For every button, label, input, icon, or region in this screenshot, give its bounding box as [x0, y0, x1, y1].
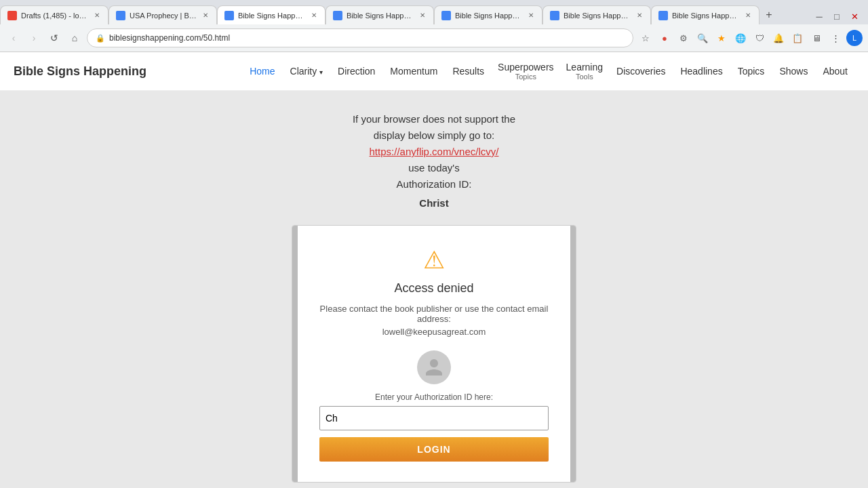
tab-label-gmail: Drafts (1,485) - lowell@gmai...	[21, 12, 89, 20]
access-denied-box: ⚠ Access denied Please contact the book …	[292, 225, 576, 483]
forward-button[interactable]: ›	[26, 30, 42, 46]
tab-label-4: Bible Signs Happening	[564, 12, 631, 20]
tab-bible-5[interactable]: Bible Signs Happening ✕	[651, 5, 760, 24]
browser-chrome: Drafts (1,485) - lowell@gmai... ✕ USA Pr…	[0, 0, 868, 52]
toolbar-icons: ☆ ● ⚙ 🔍 ★ 🌐 🛡 🔔 📋 🖥 ⋮ L	[637, 30, 863, 46]
tab-label-active: Bible Signs Happening	[238, 12, 306, 20]
warning-icon: ⚠	[319, 246, 549, 274]
tab-close-2[interactable]: ✕	[418, 10, 427, 20]
extension9-icon[interactable]: 🖥	[808, 30, 825, 46]
tab-bible-2[interactable]: Bible Signs Happening ✕	[326, 5, 434, 24]
site-nav: Bible Signs Happening Home Clarity ▾ Dir…	[0, 52, 868, 91]
extension7-icon[interactable]: 🔔	[770, 30, 787, 46]
nav-superpowers-sub: Topics	[515, 73, 536, 81]
tab-close-4[interactable]: ✕	[635, 10, 644, 20]
notice-line2: display below simply go to:	[353, 127, 515, 144]
extension3-icon[interactable]: 🔍	[694, 30, 711, 46]
tab-bible-active[interactable]: Bible Signs Happening ✕	[217, 5, 326, 24]
anyflip-link[interactable]: https://anyflip.com/vnec/lcvy/	[370, 146, 499, 157]
access-denied-desc: Please contact the book publisher or use…	[319, 304, 549, 324]
nav-discoveries[interactable]: Discoveries	[610, 62, 672, 81]
tab-label-2: Bible Signs Happening	[347, 12, 414, 20]
tab-label-3: Bible Signs Happening	[455, 12, 523, 20]
nav-superpowers[interactable]: Superpowers Topics	[492, 59, 559, 83]
notice-line1: If your browser does not support the	[353, 111, 515, 127]
minimize-button[interactable]: ─	[811, 8, 827, 24]
extension6-icon[interactable]: 🛡	[751, 30, 768, 46]
use-todays: use today's	[353, 160, 515, 176]
extension2-icon[interactable]: ⚙	[675, 30, 692, 46]
usa-favicon	[116, 11, 125, 20]
tab-close-usa[interactable]: ✕	[201, 10, 210, 20]
nav-superpowers-label: Superpowers	[498, 62, 554, 73]
extension4-icon[interactable]: ★	[713, 30, 730, 46]
reload-button[interactable]: ↺	[46, 30, 62, 46]
bookmark-icon[interactable]: ☆	[637, 30, 654, 46]
tab-close-gmail[interactable]: ✕	[93, 10, 101, 20]
browser-notice: If your browser does not support the dis…	[353, 111, 515, 211]
user-icon	[424, 357, 444, 378]
access-denied-title: Access denied	[319, 281, 549, 296]
nav-shows[interactable]: Shows	[772, 62, 814, 81]
nav-learning[interactable]: Learning Tools	[561, 59, 609, 83]
tab-bible-4[interactable]: Bible Signs Happening ✕	[542, 5, 651, 24]
close-button[interactable]: ✕	[846, 8, 863, 24]
nav-home[interactable]: Home	[243, 62, 281, 81]
tab-label-5: Bible Signs Happening	[672, 12, 740, 20]
tab-bible-3[interactable]: Bible Signs Happening ✕	[434, 5, 542, 24]
lock-icon: 🔒	[96, 34, 105, 43]
back-button[interactable]: ‹	[5, 30, 22, 46]
browser-controls: ‹ › ↺ ⌂ 🔒 biblesignshappening.com/50.htm…	[0, 24, 868, 52]
auth-input-label: Enter your Authorization ID here:	[319, 392, 549, 402]
nav-headlines[interactable]: Headlines	[673, 62, 729, 81]
bible-favicon-4	[550, 11, 559, 20]
tab-close-3[interactable]: ✕	[527, 10, 535, 20]
nav-momentum[interactable]: Momentum	[383, 62, 444, 81]
nav-learning-label: Learning	[566, 62, 604, 73]
settings-icon[interactable]: ⋮	[827, 30, 844, 46]
auth-input[interactable]	[319, 406, 549, 430]
nav-about[interactable]: About	[816, 62, 854, 81]
clarity-dropdown-icon: ▾	[319, 68, 323, 76]
extension1-icon[interactable]: ●	[656, 30, 673, 46]
bible-favicon-5	[658, 11, 668, 20]
tab-gmail[interactable]: Drafts (1,485) - lowell@gmai... ✕	[0, 5, 108, 24]
auth-id-label: Authorization ID:	[353, 176, 515, 192]
main-content: If your browser does not support the dis…	[0, 91, 868, 488]
extension8-icon[interactable]: 📋	[789, 30, 806, 46]
website: Bible Signs Happening Home Clarity ▾ Dir…	[0, 52, 868, 488]
bible-favicon-active	[224, 11, 234, 20]
tab-close-5[interactable]: ✕	[744, 10, 752, 20]
contact-email: lowell@keepusagreat.com	[319, 327, 549, 337]
profile-icon[interactable]: L	[846, 30, 863, 46]
auth-word: Christ	[353, 195, 515, 211]
tab-usa[interactable]: USA Prophecy | Bible Signs Ho... ✕	[108, 5, 217, 24]
nav-links: Home Clarity ▾ Direction Momentum Result…	[243, 59, 854, 83]
login-button[interactable]: LOGIN	[319, 437, 549, 462]
nav-results[interactable]: Results	[446, 62, 491, 81]
tab-close-active[interactable]: ✕	[310, 10, 318, 20]
avatar	[417, 350, 451, 384]
home-button[interactable]: ⌂	[66, 30, 83, 46]
address-bar[interactable]: 🔒 biblesignshappening.com/50.html	[87, 28, 633, 47]
bible-favicon-2	[333, 11, 342, 20]
nav-topics[interactable]: Topics	[731, 62, 772, 81]
extension5-icon[interactable]: 🌐	[732, 30, 749, 46]
gmail-favicon	[7, 11, 17, 20]
site-logo: Bible Signs Happening	[14, 64, 146, 79]
nav-direction[interactable]: Direction	[331, 62, 382, 81]
restore-button[interactable]: □	[829, 8, 845, 24]
bible-favicon-3	[441, 11, 451, 20]
tab-label-usa: USA Prophecy | Bible Signs Ho...	[130, 12, 197, 20]
nav-learning-sub: Tools	[576, 73, 593, 81]
nav-clarity[interactable]: Clarity ▾	[283, 62, 330, 81]
url-text: biblesignshappening.com/50.html	[109, 33, 625, 43]
browser-tabs: Drafts (1,485) - lowell@gmai... ✕ USA Pr…	[0, 0, 868, 24]
new-tab-button[interactable]: +	[760, 5, 778, 24]
